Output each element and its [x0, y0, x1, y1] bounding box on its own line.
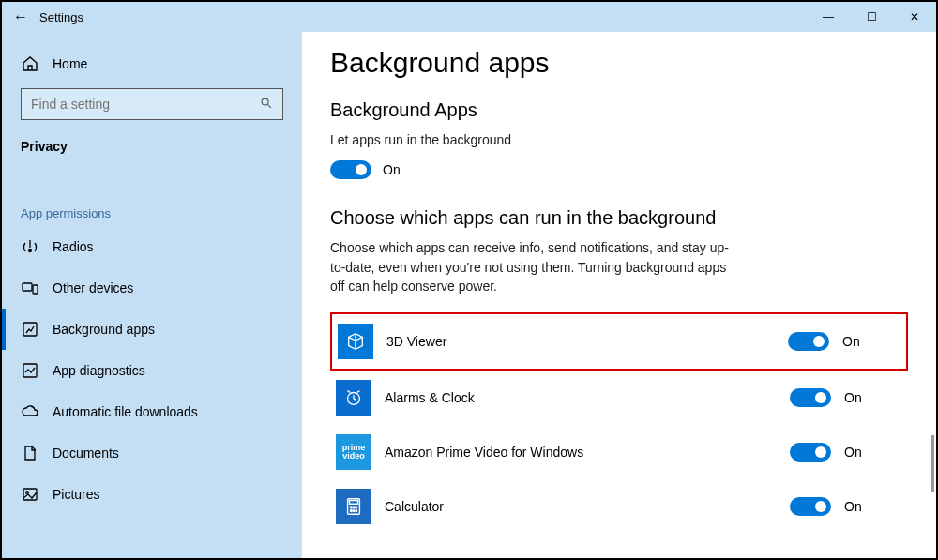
sidebar-item-label: Automatic file downloads: [53, 404, 198, 419]
sidebar-item-pictures[interactable]: Pictures: [2, 474, 302, 515]
app-row-alarms-clock: Alarms & Clock On: [330, 371, 908, 425]
app-icon-calculator: [336, 489, 371, 524]
section1-title: Background Apps: [330, 99, 908, 121]
sidebar-item-background-apps[interactable]: Background apps: [2, 309, 302, 350]
sidebar-item-label: Other devices: [53, 280, 133, 295]
toggle-knob: [813, 336, 825, 347]
app-row-amazon-prime: primevideo Amazon Prime Video for Window…: [330, 425, 908, 479]
sidebar-section-privacy: Privacy: [2, 133, 302, 169]
app-name: Calculator: [385, 499, 790, 514]
svg-point-1: [29, 250, 32, 252]
toggle-knob: [815, 501, 826, 512]
svg-rect-4: [23, 323, 37, 336]
window-title: Settings: [39, 10, 83, 24]
svg-rect-5: [23, 364, 37, 377]
svg-rect-3: [33, 285, 38, 294]
documents-icon: [21, 444, 39, 462]
sidebar-item-documents[interactable]: Documents: [2, 432, 302, 474]
minimize-button[interactable]: —: [807, 2, 850, 32]
sidebar-item-other-devices[interactable]: Other devices: [2, 267, 302, 309]
svg-point-7: [26, 492, 29, 494]
app-name: Alarms & Clock: [385, 390, 790, 405]
app-row-3d-viewer: 3D Viewer On: [330, 312, 908, 371]
app-toggle-3d-viewer[interactable]: [788, 332, 829, 351]
app-toggle-label: On: [844, 445, 862, 460]
settings-window: ← Settings — ☐ ✕ Home Privacy A: [0, 0, 938, 560]
app-name: 3D Viewer: [386, 334, 788, 349]
toggle-knob: [356, 164, 367, 175]
sidebar-item-label: Background apps: [53, 322, 155, 337]
svg-point-13: [356, 507, 357, 508]
radios-icon: [21, 237, 39, 256]
svg-rect-10: [349, 501, 357, 505]
background-apps-icon: [21, 320, 39, 339]
window-controls: — ☐ ✕: [807, 2, 936, 32]
app-toggle-label: On: [842, 334, 860, 349]
content-pane: Background apps Background Apps Let apps…: [302, 32, 936, 558]
toggle-knob: [815, 392, 826, 403]
search-icon: [260, 97, 273, 113]
search-box[interactable]: [21, 88, 283, 120]
sidebar-item-label: Pictures: [53, 487, 100, 502]
maximize-button[interactable]: ☐: [850, 2, 893, 32]
app-toggle-label: On: [844, 499, 862, 514]
sidebar-home-label: Home: [53, 56, 87, 71]
page-title: Background apps: [330, 47, 908, 79]
app-name: Amazon Prime Video for Windows: [385, 445, 790, 460]
sidebar-home[interactable]: Home: [2, 43, 302, 84]
master-toggle[interactable]: [330, 160, 371, 179]
app-icon-3d-viewer: [338, 324, 373, 359]
titlebar: ← Settings — ☐ ✕: [2, 2, 936, 32]
search-input[interactable]: [31, 97, 260, 112]
app-toggle-alarms-clock[interactable]: [790, 388, 831, 407]
sidebar-item-label: Documents: [53, 446, 119, 461]
section2-desc: Choose which apps can receive info, send…: [330, 238, 743, 295]
svg-point-14: [350, 510, 352, 512]
app-toggle-amazon-prime[interactable]: [790, 443, 831, 462]
section2-title: Choose which apps can run in the backgro…: [330, 207, 908, 229]
sidebar-item-app-diagnostics[interactable]: App diagnostics: [2, 350, 302, 391]
app-icon-amazon-prime: primevideo: [336, 434, 371, 470]
svg-point-11: [350, 507, 352, 508]
app-diagnostics-icon: [21, 361, 39, 380]
svg-point-12: [353, 507, 355, 508]
svg-rect-2: [23, 283, 32, 291]
app-row-calculator: Calculator On: [330, 479, 908, 534]
sidebar-group-app-permissions: App permissions: [2, 197, 302, 226]
sidebar-item-label: Radios: [53, 239, 94, 254]
other-devices-icon: [21, 279, 39, 297]
svg-point-15: [353, 510, 355, 512]
toggle-knob: [815, 446, 826, 458]
cloud-icon: [21, 402, 39, 421]
app-toggle-calculator[interactable]: [790, 497, 831, 516]
sidebar-item-radios[interactable]: Radios: [2, 226, 302, 267]
section1-desc: Let apps run in the background: [330, 130, 743, 149]
sidebar-item-label: App diagnostics: [53, 363, 145, 378]
svg-point-0: [262, 98, 268, 105]
window-body: Home Privacy App permissions Radios: [2, 32, 936, 558]
master-toggle-row: On: [330, 160, 908, 179]
back-button[interactable]: ←: [2, 8, 39, 25]
sidebar-item-automatic-file-downloads[interactable]: Automatic file downloads: [2, 391, 302, 432]
master-toggle-label: On: [383, 162, 401, 177]
pictures-icon: [21, 485, 39, 504]
home-icon: [21, 54, 39, 73]
app-list: 3D Viewer On Alarms & Clock On: [330, 312, 908, 534]
app-toggle-label: On: [844, 390, 862, 405]
svg-point-16: [356, 510, 357, 512]
sidebar: Home Privacy App permissions Radios: [2, 32, 302, 558]
scrollbar[interactable]: [931, 435, 934, 492]
app-icon-alarms-clock: [336, 380, 371, 416]
close-button[interactable]: ✕: [893, 2, 936, 32]
